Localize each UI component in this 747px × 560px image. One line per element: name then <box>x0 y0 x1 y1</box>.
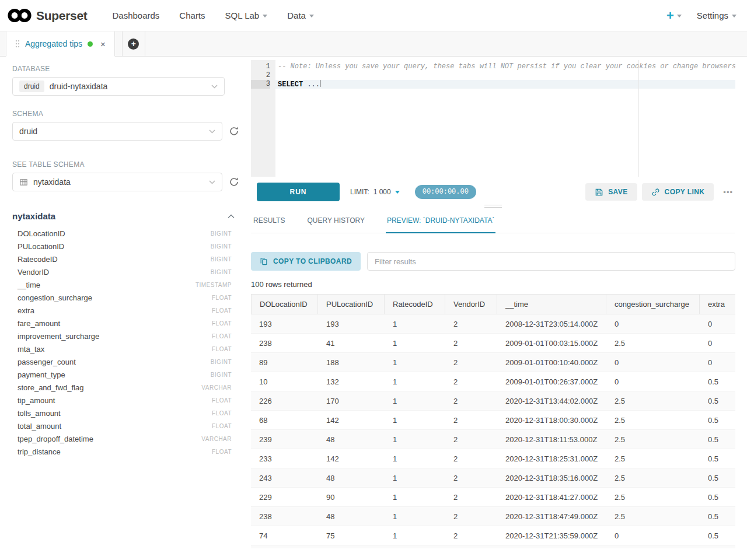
table-cell: 2 <box>445 526 497 545</box>
table-cell: 2 <box>445 391 497 410</box>
table-row: 23948122020-12-31T18:11:53.000Z2.50.5 <box>251 430 735 449</box>
table-cell: 2.5 <box>606 430 700 449</box>
nav-item-sql-lab[interactable]: SQL Lab <box>225 10 268 20</box>
table-cell: 2.5 <box>606 488 700 506</box>
column-header-RatecodeID[interactable]: RatecodeID <box>385 294 445 314</box>
column-name: total_amount <box>18 422 61 430</box>
nav-item-charts[interactable]: Charts <box>179 10 205 20</box>
column-type: BIGINT <box>211 269 232 275</box>
chevron-down-icon <box>211 85 218 89</box>
column-header-PULocationID[interactable]: PULocationID <box>318 294 385 314</box>
column-type: BIGINT <box>211 256 232 262</box>
table-cell: 0.5 <box>700 468 735 487</box>
schema-column-row[interactable]: tpep_dropoff_datetimeVARCHAR <box>12 432 232 445</box>
table-cell: 226 <box>251 391 318 410</box>
table-cell: 0.5 <box>700 372 735 391</box>
chevron-down-icon <box>309 15 314 18</box>
query-tab-label: Aggregated tips <box>25 39 82 48</box>
column-name: tip_amount <box>18 396 55 405</box>
nav-item-data[interactable]: Data <box>287 10 314 20</box>
table-cell: 41 <box>318 334 385 352</box>
schema-column-row[interactable]: congestion_surchargeFLOAT <box>12 291 232 304</box>
column-name: congestion_surcharge <box>18 293 92 302</box>
table-cell: 1 <box>385 334 445 352</box>
nav-item-dashboards[interactable]: Dashboards <box>112 10 159 20</box>
table-cell: 2020-12-31T18:35:16.000Z <box>497 468 606 487</box>
column-name: DOLocationID <box>18 229 65 238</box>
column-type: BIGINT <box>211 359 232 365</box>
refresh-schema-button[interactable] <box>229 126 239 136</box>
table-cell: 1 <box>385 391 445 410</box>
save-button[interactable]: SAVE <box>585 183 637 201</box>
schema-column-row[interactable]: extraFLOAT <box>12 304 232 317</box>
table-row: 23848122020-12-31T18:47:49.000Z2.50.5 <box>251 507 735 526</box>
table-cell: 142 <box>318 411 385 429</box>
pane-splitter-handle[interactable] <box>251 201 735 211</box>
column-header-VendorID[interactable]: VendorID <box>445 294 497 314</box>
close-icon[interactable]: × <box>100 40 106 48</box>
limit-dropdown[interactable]: LIMIT: 1 000 <box>350 188 400 196</box>
column-header-DOLocationID[interactable]: DOLocationID <box>251 294 318 314</box>
table-cell: 170 <box>318 391 385 410</box>
superset-brand[interactable]: Superset <box>7 8 87 23</box>
table-schema-header[interactable]: nytaxidata <box>12 211 239 221</box>
schema-column-row[interactable]: total_amountFLOAT <box>12 419 232 432</box>
column-header-extra[interactable]: extra <box>700 294 735 314</box>
nav-item-label: Dashboards <box>112 10 159 20</box>
table-cell: 0 <box>606 372 700 391</box>
drag-grip-icon[interactable] <box>15 40 20 48</box>
refresh-table-button[interactable] <box>229 177 239 187</box>
code-line-2 <box>275 71 735 80</box>
table-cell: 48 <box>318 507 385 526</box>
column-name: tpep_dropoff_datetime <box>18 435 93 443</box>
schema-column-row[interactable]: improvement_surchargeFLOAT <box>12 330 232 342</box>
schema-column-row[interactable]: passenger_countBIGINT <box>12 355 232 368</box>
schema-column-row[interactable]: PULocationIDBIGINT <box>12 240 232 253</box>
schema-select[interactable]: druid <box>12 122 222 141</box>
column-type: FLOAT <box>212 410 232 416</box>
more-options-button[interactable]: ••• <box>718 188 735 197</box>
table-cell: 2020-12-31T18:00:30.000Z <box>497 411 606 429</box>
column-type: FLOAT <box>212 423 232 429</box>
south-pane-tabs: RESULTS QUERY HISTORY PREVIEW: `DRUID-NY… <box>251 211 735 233</box>
table-cell: 75 <box>318 526 385 545</box>
run-button[interactable]: RUN <box>257 183 340 201</box>
column-type: FLOAT <box>212 333 232 340</box>
tab-query-history[interactable]: QUERY HISTORY <box>306 211 365 233</box>
database-select[interactable]: druid druid-nytaxidata <box>12 77 225 96</box>
text-cursor <box>320 80 320 87</box>
settings-label: Settings <box>697 10 728 20</box>
copy-link-button[interactable]: COPY LINK <box>642 183 714 201</box>
table-cell: 2 <box>445 468 497 487</box>
new-query-tab-button[interactable]: + <box>122 32 145 56</box>
schema-column-row[interactable]: VendorIDBIGINT <box>12 265 232 278</box>
schema-column-row[interactable]: tip_amountFLOAT <box>12 394 232 407</box>
schema-column-row[interactable]: mta_taxFLOAT <box>12 342 232 355</box>
column-header-congestion_surcharge[interactable]: congestion_surcharge <box>606 294 700 314</box>
schema-column-row[interactable]: trip_distanceFLOAT <box>12 445 232 458</box>
settings-menu-button[interactable]: Settings <box>697 10 736 20</box>
schema-column-row[interactable]: __timeTIMESTAMP <box>12 278 232 291</box>
table-cell: 0.5 <box>700 507 735 526</box>
table-select[interactable]: nytaxidata <box>12 173 222 191</box>
schema-column-row[interactable]: DOLocationIDBIGINT <box>12 227 232 240</box>
table-cell: 2 <box>445 430 497 449</box>
copy-to-clipboard-button[interactable]: COPY TO CLIPBOARD <box>251 252 361 271</box>
superset-logo-icon <box>7 8 33 23</box>
editor-code-area[interactable]: -- Note: Unless you save your query, the… <box>275 60 735 177</box>
query-tab-aggregated-tips[interactable]: Aggregated tips × <box>6 32 115 57</box>
schema-column-row[interactable]: store_and_fwd_flagVARCHAR <box>12 381 232 394</box>
schema-column-row[interactable]: tolls_amountFLOAT <box>12 407 232 419</box>
schema-column-row[interactable]: payment_typeBIGINT <box>12 368 232 381</box>
tab-results[interactable]: RESULTS <box>252 211 286 233</box>
schema-column-row[interactable]: RatecodeIDBIGINT <box>12 253 232 265</box>
tab-preview-druid-nytaxidata[interactable]: PREVIEW: `DRUID-NYTAXIDATA` <box>386 211 495 233</box>
column-header-__time[interactable]: __time <box>497 294 606 314</box>
new-item-menu-button[interactable]: + <box>666 9 682 22</box>
table-cell: 0 <box>606 314 700 333</box>
schema-column-row[interactable]: fare_amountFLOAT <box>12 317 232 330</box>
table-cell: 193 <box>251 314 318 333</box>
line-number: 3 <box>251 80 270 89</box>
filter-results-input[interactable] <box>367 252 735 271</box>
sql-editor[interactable]: 1 2 3 -- Note: Unless you save your quer… <box>251 60 735 177</box>
